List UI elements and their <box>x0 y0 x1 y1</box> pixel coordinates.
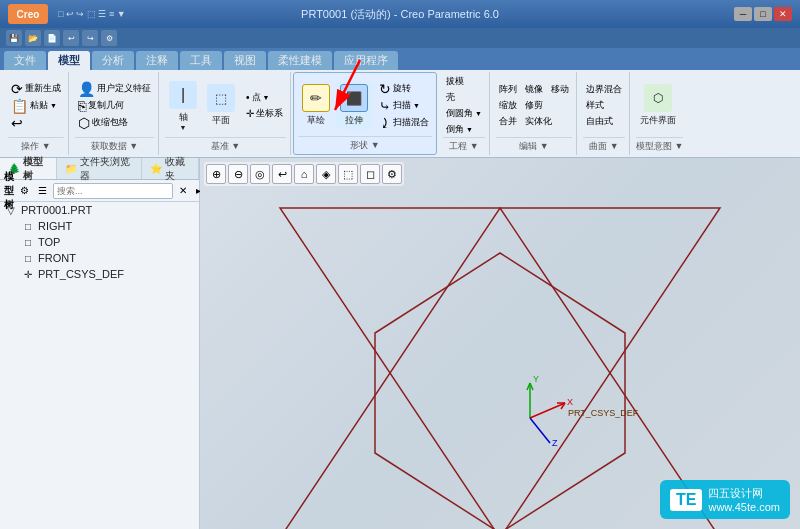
freestyle-button[interactable]: 自由式 <box>583 114 625 129</box>
svg-line-13 <box>530 418 550 443</box>
sketch-button[interactable]: ✏ 草绘 <box>298 82 334 129</box>
quick-settings-button[interactable]: ⚙ <box>101 30 117 46</box>
ribbon: ⟳重新生成 📋粘贴▼ ↩ 操作 ▼ 👤用户定义特征 ⎘复制几何 <box>0 70 800 158</box>
svg-text:X: X <box>567 397 573 407</box>
axis-button[interactable]: | 轴▼ <box>165 79 201 133</box>
tab-folder-browser[interactable]: 📁 文件夹浏览器 <box>57 158 141 179</box>
tree-item-right[interactable]: □ RIGHT <box>0 218 199 234</box>
plane-front-icon: □ <box>21 253 35 264</box>
csys-button[interactable]: ✛坐标系 <box>243 106 286 121</box>
regenerate-button[interactable]: ⟳重新生成 <box>8 81 64 97</box>
draft-button[interactable]: 拔模 <box>443 74 485 89</box>
move-button[interactable]: 移动 <box>548 82 572 97</box>
tab-analysis[interactable]: 分析 <box>92 51 134 70</box>
getdata-buttons: 👤用户定义特征 ⎘复制几何 ⬡收缩包络 <box>75 74 154 137</box>
svg-marker-3 <box>280 208 720 529</box>
tree-add-button[interactable]: ✕ <box>176 184 190 197</box>
file-icon: ▽ <box>4 205 18 216</box>
surface-buttons: 边界混合 样式 自由式 <box>583 74 625 137</box>
tab-tools[interactable]: 工具 <box>180 51 222 70</box>
extrude-button[interactable]: ⬛ 拉伸 <box>336 82 372 129</box>
tree-item-top[interactable]: □ TOP <box>0 234 199 250</box>
copy-geom-button[interactable]: ⎘复制几何 <box>75 98 154 114</box>
sweep-blend-button[interactable]: ⤸扫描混合 <box>376 115 432 131</box>
tab-model[interactable]: 模型 <box>48 51 90 70</box>
tab-apps[interactable]: 应用程序 <box>334 51 398 70</box>
favorites-label: 收藏夹 <box>165 155 190 183</box>
mirror-button[interactable]: 镜像 <box>522 82 546 97</box>
chamfer-button[interactable]: 倒角▼ <box>443 122 485 137</box>
tree-settings-button[interactable]: ⚙ <box>17 184 32 197</box>
tab-flexible[interactable]: 柔性建模 <box>268 51 332 70</box>
tree-item-top-label: TOP <box>38 236 60 248</box>
tab-view[interactable]: 视图 <box>224 51 266 70</box>
watermark: TE 四五设计网 www.45te.com <box>660 480 790 519</box>
left-panel: 🌲 模型树 📁 文件夹浏览器 ⭐ 收藏夹 模型树 ⚙ ☰ ✕ ▸ ▽ PRT00… <box>0 158 200 529</box>
close-button[interactable]: ✕ <box>774 7 792 21</box>
revolve-button[interactable]: ↻旋转 <box>376 81 432 97</box>
watermark-site-name: 四五设计网 <box>708 486 780 501</box>
folder-browser-icon: 📁 <box>65 163 77 174</box>
engineering-group-label: 工程 ▼ <box>443 137 485 153</box>
tree-item-right-label: RIGHT <box>38 220 72 232</box>
window-controls: ─ □ ✕ <box>734 7 792 21</box>
csys-icon: ✛ <box>21 269 35 280</box>
engineering-buttons: 拔模 壳 倒圆角▼ 倒角▼ <box>443 74 485 137</box>
watermark-text: 四五设计网 www.45te.com <box>708 486 780 513</box>
tab-file[interactable]: 文件 <box>4 51 46 70</box>
component-interface-button[interactable]: ⬡ 元件界面 <box>636 82 680 129</box>
panel-tab-bar: 🌲 模型树 📁 文件夹浏览器 ⭐ 收藏夹 <box>0 158 199 180</box>
trim-button[interactable]: 修剪 <box>522 98 546 113</box>
boundary-blend-button[interactable]: 边界混合 <box>583 82 625 97</box>
tab-annotation[interactable]: 注释 <box>136 51 178 70</box>
tree-item-front[interactable]: □ FRONT <box>0 250 199 266</box>
svg-text:Z: Z <box>552 438 558 448</box>
datum-buttons: | 轴▼ ⬚ 平面 •点▼ ✛坐标系 <box>165 74 286 137</box>
tree-item-front-label: FRONT <box>38 252 76 264</box>
app-title: PRT0001 (活动的) - Creo Parametric 6.0 <box>301 7 499 22</box>
round-button[interactable]: 倒圆角▼ <box>443 106 485 121</box>
maximize-button[interactable]: □ <box>754 7 772 21</box>
shrinkwrap-button[interactable]: ⬡收缩包络 <box>75 115 154 131</box>
style-button[interactable]: 样式 <box>583 98 625 113</box>
tree-item-root[interactable]: ▽ PRT0001.PRT <box>0 202 199 218</box>
solidify-button[interactable]: 实体化 <box>522 114 555 129</box>
paste-button[interactable]: 📋粘贴▼ <box>8 98 64 114</box>
model-tree-tab-label: 模型树 <box>23 155 48 183</box>
app-logo: Creo <box>8 4 48 24</box>
viewport[interactable]: ⊕ ⊖ ◎ ↩ ⌂ ◈ ⬚ ◻ ⚙ Y X Z <box>200 158 800 529</box>
tree-item-root-label: PRT0001.PRT <box>21 204 92 216</box>
titlebar: Creo □ ↩ ↪ ⬚ ☰ ≡ ▼ PRT0001 (活动的) - Creo … <box>0 0 800 28</box>
svg-line-9 <box>530 403 565 418</box>
quick-save-button[interactable]: 💾 <box>6 30 22 46</box>
merge-button[interactable]: 合并 <box>496 114 520 129</box>
user-feature-button[interactable]: 👤用户定义特征 <box>75 81 154 97</box>
getdata-group-label: 获取数据 ▼ <box>75 137 154 153</box>
scale-button[interactable]: 缩放 <box>496 98 520 113</box>
tab-favorites[interactable]: ⭐ 收藏夹 <box>142 158 199 179</box>
sweep-button[interactable]: ⤷扫描▼ <box>376 98 432 114</box>
tree-item-csys[interactable]: ✛ PRT_CSYS_DEF <box>0 266 199 282</box>
quick-open-button[interactable]: 📂 <box>25 30 41 46</box>
ribbon-group-surface: 边界混合 样式 自由式 曲面 ▼ <box>579 72 630 155</box>
shape-buttons: ✏ 草绘 ⬛ 拉伸 ↻旋转 ⤷扫描▼ ⤸扫描混合 <box>298 75 432 136</box>
quick-access-bar: 💾 📂 📄 ↩ ↪ ⚙ <box>0 28 800 48</box>
quick-undo-button[interactable]: ↩ <box>63 30 79 46</box>
tree-columns-button[interactable]: ☰ <box>35 184 50 197</box>
quick-redo-button[interactable]: ↪ <box>82 30 98 46</box>
point-button[interactable]: •点▼ <box>243 90 286 105</box>
minimize-button[interactable]: ─ <box>734 7 752 21</box>
undo-button[interactable]: ↩ <box>8 115 64 131</box>
favorites-icon: ⭐ <box>150 163 162 174</box>
operations-group-label: 操作 ▼ <box>8 137 64 153</box>
panel-toolbar: 模型树 ⚙ ☰ ✕ ▸ <box>0 180 199 202</box>
watermark-badge: TE <box>670 489 702 511</box>
tree-search-input[interactable] <box>53 183 173 199</box>
shell-button[interactable]: 壳 <box>443 90 485 105</box>
edit-buttons: 阵列 镜像 移动 缩放 修剪 合并 实体化 <box>496 74 572 137</box>
array-button[interactable]: 阵列 <box>496 82 520 97</box>
model-intent-buttons: ⬡ 元件界面 <box>636 74 683 137</box>
plane-button[interactable]: ⬚ 平面 <box>203 82 239 129</box>
ribbon-group-engineering: 拔模 壳 倒圆角▼ 倒角▼ 工程 ▼ <box>439 72 490 155</box>
quick-new-button[interactable]: 📄 <box>44 30 60 46</box>
